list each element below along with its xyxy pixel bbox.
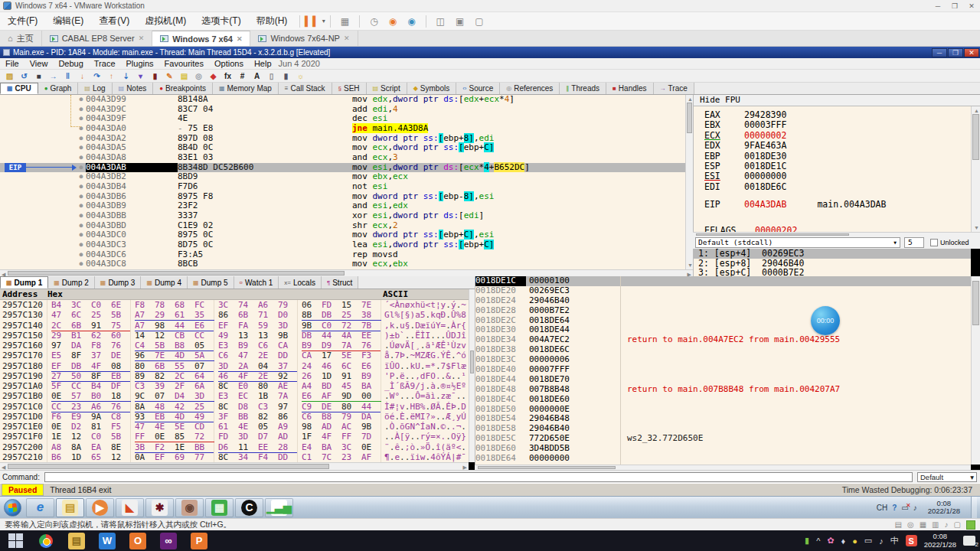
host-start-button[interactable] bbox=[7, 533, 24, 549]
registers-vscrollbar[interactable]: ▲ ▼ bbox=[971, 106, 980, 232]
debugger-maximize-button[interactable]: ❐ bbox=[948, 48, 963, 57]
hexdump-row[interactable]: 2957C1402C6B9175A79844E6EFFA593D9BC0727B… bbox=[0, 321, 469, 331]
argument-row[interactable]: 3: [esp+C] 0000B7E2 bbox=[694, 268, 971, 276]
tab-symbols[interactable]: ◆Symbols bbox=[407, 83, 457, 94]
calling-convention-select[interactable]: Default (stdcall)▾ bbox=[695, 237, 900, 248]
hexdump-row[interactable]: 2957C1C0CC23A6768A4842258CD8C397C9DE8044… bbox=[0, 402, 469, 412]
tab-source[interactable]: ‹›Source bbox=[456, 83, 500, 94]
debugger-menu-item[interactable]: Plugins bbox=[121, 59, 159, 68]
unlocked-checkbox[interactable] bbox=[930, 239, 938, 246]
vm-device-icon[interactable]: ▤ bbox=[894, 520, 901, 529]
breakpoint-dot[interactable]: ● bbox=[77, 95, 86, 105]
hexdump-row[interactable]: 2957C170E58F37DE967E4D5AC6472EDDCA175EF3… bbox=[0, 350, 469, 360]
hexdump-row[interactable]: 2957C1B00E57B0189C07D43DE3EC1B7AE6AF9D00… bbox=[0, 391, 469, 401]
tab-locals[interactable]: x=Locals bbox=[279, 276, 322, 289]
font-icon[interactable]: A bbox=[251, 71, 263, 81]
vmware-menu-item[interactable]: 虚拟机(M) bbox=[137, 15, 194, 26]
disassembly-vscrollbar[interactable]: ▲ ▼ bbox=[685, 95, 693, 269]
breakpoint-dot[interactable]: ● bbox=[77, 182, 86, 192]
ie-icon[interactable]: e bbox=[26, 498, 54, 517]
vmware-menu-item[interactable]: 帮助(H) bbox=[249, 15, 296, 26]
hexdump-row[interactable]: 2957C200A88AEA8E3BF21EBBD611EE28E4BA3C0E… bbox=[0, 442, 469, 452]
breakpoint-dot[interactable]: ● bbox=[77, 114, 86, 124]
fx-icon[interactable]: fx bbox=[222, 71, 234, 81]
breakpoint-dot[interactable]: ● bbox=[77, 134, 86, 144]
tab-dump-4[interactable]: ▦Dump 4 bbox=[141, 276, 188, 289]
disasm-row[interactable]: ●004A3DC08975 0Cmov dword ptr ss:[ebp+C]… bbox=[0, 230, 685, 240]
stack-row[interactable]: 0018DE48007B8B48return to main.007B8B48 … bbox=[475, 385, 971, 395]
c-app-icon[interactable]: C bbox=[235, 498, 263, 517]
breakpoint-dot[interactable]: ● bbox=[77, 192, 86, 202]
vmware-tools-icon[interactable]: ◣ bbox=[116, 498, 144, 517]
vm-device-icon[interactable]: ♪ bbox=[945, 520, 949, 529]
mic-icon[interactable]: ♦ bbox=[841, 536, 846, 546]
guest-clock[interactable]: 0:082022/1/28 bbox=[922, 500, 966, 515]
vm-device-icon[interactable]: ▥ bbox=[932, 520, 939, 529]
vm-device-icon[interactable]: ◎ bbox=[907, 520, 914, 529]
hexdump-row[interactable]: 2957C19027508FEB89822C64464F2E92261D91B9… bbox=[0, 371, 469, 381]
vm-tab[interactable]: Windows 7 x64✕ bbox=[152, 31, 250, 46]
command-input[interactable] bbox=[44, 472, 913, 482]
label-icon[interactable]: ▤ bbox=[178, 71, 190, 81]
disasm-row[interactable]: ●004A3DB28BD9mov ebx,ecx bbox=[0, 172, 685, 182]
tab-seh[interactable]: §SEH bbox=[332, 83, 367, 94]
register-row[interactable]: ESI00000000 bbox=[704, 171, 786, 181]
tab-cpu[interactable]: ▦CPU bbox=[0, 83, 38, 94]
wps-writer-icon[interactable]: W bbox=[99, 533, 116, 549]
hexdump-row[interactable]: 2957C180EFDB4F08806B55073D2A043724466CE6… bbox=[0, 361, 469, 371]
animate-icon[interactable]: ▾ bbox=[135, 71, 146, 81]
vm-power-dropdown-icon[interactable]: ▾ bbox=[322, 18, 325, 24]
register-row[interactable]: ECX00000002 bbox=[704, 130, 786, 141]
stack-row[interactable]: 0018DE6400000000 bbox=[475, 454, 971, 464]
close-tab-icon[interactable]: ✕ bbox=[344, 34, 350, 42]
vm-device-icon[interactable]: ▦ bbox=[920, 520, 926, 529]
hexdump-row[interactable]: 2957C1D0F6E99AC893EB4D493FBB8286C6B879DA… bbox=[0, 412, 469, 422]
take-snapshot-icon[interactable]: ◉ bbox=[389, 16, 397, 27]
hexdump-pane[interactable]: Address Hex ASCII 2957C120B43CC06EF87868… bbox=[0, 289, 469, 462]
debugger-menu-item[interactable]: Help bbox=[249, 59, 277, 68]
snapshot-manager-icon[interactable]: ◉ bbox=[407, 16, 415, 27]
guest-start-button[interactable] bbox=[4, 499, 21, 517]
tab-dump-1[interactable]: ▦Dump 1 bbox=[0, 276, 48, 289]
vm-device-icon[interactable]: ▢ bbox=[954, 520, 961, 529]
breakpoint-dot[interactable]: ● bbox=[77, 163, 86, 173]
guest-show-desktop-button[interactable] bbox=[971, 497, 977, 519]
registers-pane[interactable]: EAX29428390EBX00003FFFECX00000002EDX9FAE… bbox=[693, 106, 971, 232]
debugger-menu-item[interactable]: Favourites bbox=[159, 59, 209, 68]
explorer-icon[interactable]: ▤ bbox=[68, 533, 85, 549]
fullscreen-icon[interactable]: ▢ bbox=[475, 16, 483, 27]
maximize-button[interactable]: ❐ bbox=[946, 1, 963, 11]
disasm-row[interactable]: ●004A3DA883E1 03and ecx,3 bbox=[0, 153, 685, 163]
debugger-menu-item[interactable]: Trace bbox=[89, 59, 121, 68]
hexdump-row[interactable]: 2957C120B43CC06EF87868FC3C74A67906FD157E… bbox=[0, 300, 469, 310]
vmware-menu-item[interactable]: 编辑(E) bbox=[45, 15, 91, 26]
stack-row[interactable]: 0018DE2000269EC3 bbox=[475, 286, 971, 296]
hash-icon[interactable]: # bbox=[237, 71, 248, 81]
bookmark-icon[interactable]: ◎ bbox=[193, 71, 204, 81]
breakpoint-dot[interactable]: ● bbox=[77, 124, 86, 134]
hidden-icons-chevron[interactable]: ^ bbox=[816, 536, 820, 546]
debugger-menu-item[interactable]: View bbox=[24, 59, 54, 68]
stop-icon[interactable]: ■ bbox=[33, 71, 44, 81]
stack-vscrollbar[interactable] bbox=[971, 276, 980, 465]
tab-dump-2[interactable]: ▦Dump 2 bbox=[48, 276, 95, 289]
speaker-icon[interactable]: ♪ bbox=[879, 536, 884, 546]
show-library-icon[interactable]: ◫ bbox=[436, 16, 445, 27]
vmware-menu-item[interactable]: 文件(F) bbox=[0, 15, 45, 26]
arguments-pane[interactable]: 1: [esp+4] 00269EC32: [esp+8] 29046B403:… bbox=[693, 249, 971, 276]
vm-pause-button[interactable]: ▍▍ bbox=[305, 16, 320, 27]
disasm-row[interactable]: ●004A3D998B148Amov edx,dword ptr ds:[edx… bbox=[0, 95, 685, 105]
guest-help-icon[interactable]: ? bbox=[892, 504, 897, 512]
vm-notes-icon[interactable] bbox=[966, 520, 975, 530]
debugger-minimize-button[interactable]: ─ bbox=[932, 48, 947, 57]
tab-struct[interactable]: ¶Struct bbox=[322, 276, 358, 289]
sogou-icon[interactable]: S bbox=[906, 535, 917, 546]
send-ctrl-alt-del-icon[interactable]: ▦ bbox=[341, 16, 349, 27]
breakpoint-dot[interactable]: ● bbox=[77, 172, 86, 182]
debugger-menu-item[interactable]: File bbox=[0, 59, 24, 68]
register-row[interactable]: EDI0018DE6C bbox=[704, 181, 786, 192]
stack-row[interactable]: 0018DE280000B7E2 bbox=[475, 306, 971, 316]
tab-watch-1[interactable]: ¤Watch 1 bbox=[234, 276, 279, 289]
stack-pane[interactable]: 0018DE1C000001000018DE2000269EC30018DE24… bbox=[475, 276, 971, 465]
step-out-icon[interactable]: ↑ bbox=[106, 71, 117, 81]
